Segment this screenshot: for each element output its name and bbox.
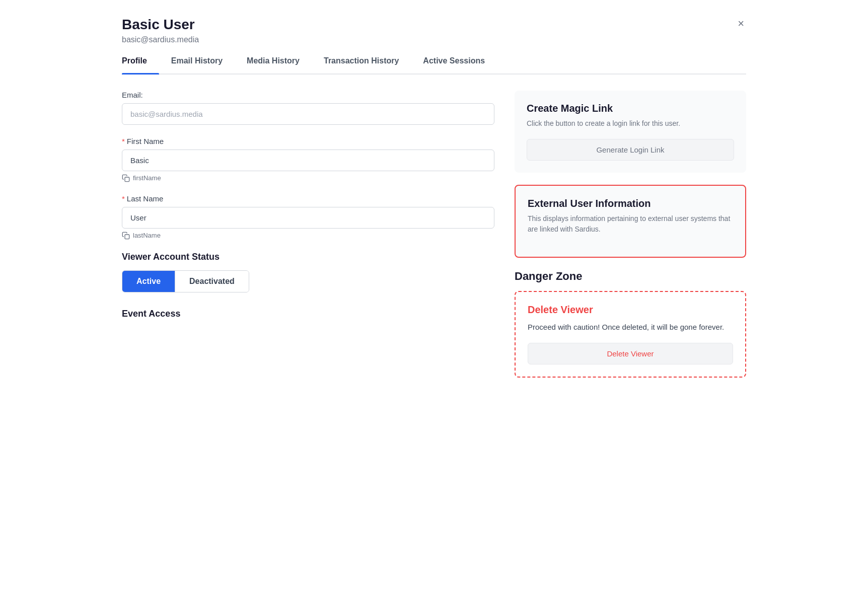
copy-icon-last	[122, 232, 130, 240]
main-content: Email: * First Name first	[122, 91, 746, 378]
magic-link-title: Create Magic Link	[527, 103, 734, 114]
tab-profile[interactable]: Profile	[122, 48, 159, 73]
magic-link-card: Create Magic Link Click the button to cr…	[515, 91, 746, 173]
first-name-label: * First Name	[122, 137, 494, 145]
user-email-header: basic@sardius.media	[122, 35, 199, 44]
external-info-description: This displays information pertaining to …	[528, 213, 733, 235]
email-group: Email:	[122, 91, 494, 125]
first-name-required: *	[122, 137, 125, 145]
external-info-card: External User Information This displays …	[515, 185, 746, 258]
copy-icon	[122, 174, 130, 182]
modal-header: Basic User basic@sardius.media ×	[122, 16, 746, 44]
left-column: Email: * First Name first	[122, 91, 494, 378]
magic-link-description: Click the button to create a login link …	[527, 118, 734, 129]
tab-media-history[interactable]: Media History	[235, 48, 312, 73]
external-info-title: External User Information	[528, 198, 733, 209]
delete-viewer-title: Delete Viewer	[528, 304, 733, 316]
last-name-input[interactable]	[122, 207, 494, 229]
delete-viewer-button[interactable]: Delete Viewer	[528, 343, 733, 364]
user-title: Basic User	[122, 16, 199, 33]
event-access-group: Event Access	[122, 309, 494, 319]
right-column: Create Magic Link Click the button to cr…	[515, 91, 746, 378]
generate-login-link-button[interactable]: Generate Login Link	[527, 139, 734, 161]
tabs-container: Profile Email History Media History Tran…	[122, 48, 746, 75]
danger-zone-title: Danger Zone	[515, 270, 746, 283]
status-toggle: Active Deactivated	[122, 270, 249, 292]
danger-zone-section: Danger Zone Delete Viewer Proceed with c…	[515, 270, 746, 378]
active-status-button[interactable]: Active	[122, 271, 175, 292]
danger-card: Delete Viewer Proceed with caution! Once…	[515, 291, 746, 378]
tab-email-history[interactable]: Email History	[159, 48, 235, 73]
first-name-group: * First Name firstName	[122, 137, 494, 182]
svg-rect-1	[125, 235, 129, 239]
user-info-header: Basic User basic@sardius.media	[122, 16, 199, 44]
last-name-group: * Last Name lastName	[122, 194, 494, 240]
tab-active-sessions[interactable]: Active Sessions	[411, 48, 497, 73]
account-status-label: Viewer Account Status	[122, 252, 494, 262]
deactivated-status-button[interactable]: Deactivated	[175, 271, 249, 292]
svg-rect-0	[125, 177, 129, 182]
last-name-label: * Last Name	[122, 194, 494, 203]
first-name-input[interactable]	[122, 150, 494, 171]
account-status-section: Viewer Account Status Active Deactivated	[122, 252, 494, 292]
close-button[interactable]: ×	[736, 16, 746, 31]
email-label: Email:	[122, 91, 494, 99]
last-name-required: *	[122, 194, 125, 203]
last-name-hint: lastName	[122, 232, 494, 240]
event-access-label: Event Access	[122, 309, 494, 319]
first-name-hint: firstName	[122, 174, 494, 182]
email-input[interactable]	[122, 103, 494, 125]
delete-description: Proceed with caution! Once deleted, it w…	[528, 322, 733, 333]
tab-transaction-history[interactable]: Transaction History	[312, 48, 411, 73]
